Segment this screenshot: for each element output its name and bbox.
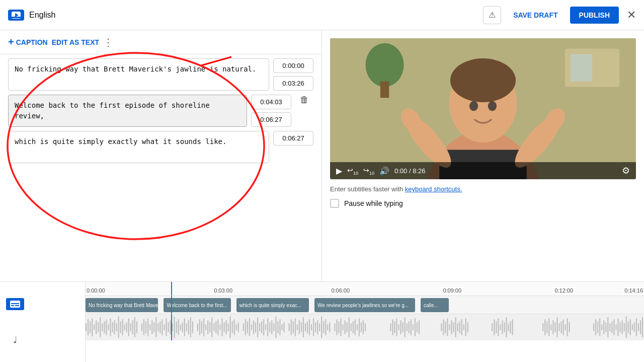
svg-rect-106	[263, 319, 264, 335]
svg-rect-188	[502, 320, 503, 334]
svg-rect-128	[311, 324, 312, 330]
svg-rect-77	[201, 321, 202, 333]
svg-rect-223	[624, 323, 625, 331]
svg-rect-215	[607, 317, 608, 337]
edit-as-text-button[interactable]: EDIT AS TEXT	[52, 38, 99, 46]
caption-text-3[interactable]: which is quite simply exactly what it so…	[8, 131, 269, 163]
svg-rect-95	[238, 322, 239, 332]
svg-rect-169	[441, 323, 442, 331]
music-icon[interactable]: ♩	[6, 334, 24, 346]
caption-text-1[interactable]: No fricking way that Brett Maverick's ja…	[8, 58, 269, 91]
svg-rect-51	[145, 321, 146, 333]
svg-rect-130	[315, 322, 316, 332]
svg-rect-194	[542, 323, 543, 331]
ruler-12m: 0:12:00	[554, 287, 573, 294]
publish-button[interactable]: PUBLISH	[570, 7, 619, 24]
svg-rect-91	[230, 316, 231, 338]
svg-rect-118	[291, 319, 292, 335]
alert-button[interactable]: ⚠	[483, 6, 501, 24]
svg-rect-213	[603, 320, 604, 334]
end-time-1[interactable]: 0:03:26	[273, 76, 313, 91]
svg-rect-68	[180, 324, 181, 330]
svg-point-7	[450, 58, 516, 102]
header: English ⚠ SAVE DRAFT PUBLISH ✕	[0, 0, 644, 30]
svg-rect-136	[327, 324, 328, 330]
ruler-0: 0:00:00	[87, 287, 105, 294]
svg-rect-38	[116, 323, 117, 331]
svg-rect-56	[155, 317, 156, 337]
svg-rect-69	[182, 322, 183, 332]
svg-rect-126	[307, 321, 308, 333]
forward-button[interactable]: ↪10	[363, 166, 374, 176]
caption-track-playhead	[171, 296, 172, 314]
svg-rect-123	[301, 322, 302, 332]
svg-rect-125	[305, 323, 306, 331]
svg-rect-113	[277, 321, 278, 333]
start-time-1[interactable]: 0:00:00	[273, 58, 313, 73]
add-caption-button[interactable]: + CAPTION	[8, 34, 48, 50]
video-controls: ▶ ↩10 ↪10 🔊 0:00 / 8:26 ⚙	[330, 162, 636, 179]
svg-rect-121	[297, 324, 298, 330]
caption-label: CAPTION	[16, 38, 48, 46]
svg-rect-207	[569, 322, 570, 332]
svg-rect-218	[613, 319, 614, 335]
svg-rect-157	[396, 318, 397, 336]
svg-rect-43	[126, 322, 127, 332]
svg-rect-142	[343, 324, 344, 330]
caption-text-2[interactable]: Welcome back to the first episode of sho…	[8, 95, 247, 127]
svg-rect-159	[400, 320, 401, 334]
svg-rect-189	[504, 322, 505, 332]
svg-rect-80	[207, 320, 208, 334]
svg-rect-138	[334, 323, 335, 331]
settings-button[interactable]: ⚙	[622, 165, 630, 176]
rewind-button[interactable]: ↩10	[347, 166, 358, 176]
svg-rect-79	[205, 324, 206, 330]
pause-checkbox[interactable]	[330, 199, 339, 208]
caption-clip-3: which is quite simply exac...	[236, 298, 309, 312]
svg-rect-174	[451, 320, 452, 334]
svg-rect-48	[136, 321, 137, 333]
svg-rect-176	[455, 317, 456, 337]
subtitles-icon[interactable]	[6, 298, 24, 310]
svg-rect-117	[289, 323, 290, 331]
svg-rect-25	[90, 321, 91, 333]
svg-rect-203	[561, 321, 562, 333]
timeline-left-icons: ♩	[0, 282, 86, 362]
delete-caption-button[interactable]: 🗑	[300, 95, 309, 105]
svg-rect-202	[558, 323, 559, 331]
svg-rect-173	[449, 324, 450, 330]
svg-rect-71	[186, 323, 187, 331]
start-time-3[interactable]: 0:06:27	[273, 131, 313, 146]
start-time-2[interactable]: 0:04:03	[251, 95, 291, 109]
svg-rect-52	[147, 318, 148, 336]
svg-rect-119	[293, 321, 294, 333]
svg-rect-200	[554, 322, 555, 332]
end-time-2[interactable]: 0:06:27	[251, 112, 291, 127]
svg-rect-153	[365, 323, 366, 331]
more-options-button[interactable]: ⋮	[103, 36, 113, 48]
volume-button[interactable]: 🔊	[379, 166, 389, 176]
svg-rect-72	[188, 320, 189, 334]
svg-rect-149	[357, 324, 358, 330]
svg-rect-2	[12, 17, 21, 18]
svg-rect-198	[550, 324, 551, 330]
svg-rect-41	[122, 319, 123, 335]
svg-rect-190	[506, 317, 507, 337]
keyboard-shortcuts-link[interactable]: keyboard shortcuts.	[405, 185, 462, 193]
svg-rect-212	[601, 324, 602, 330]
close-button[interactable]: ✕	[627, 9, 636, 22]
svg-rect-187	[500, 324, 501, 330]
svg-rect-145	[349, 317, 350, 337]
play-button[interactable]: ▶	[336, 166, 342, 176]
svg-rect-93	[234, 319, 235, 335]
add-icon: +	[8, 36, 14, 48]
caption-clip-4: We review people's jawlines so we're g..…	[314, 298, 415, 312]
svg-rect-185	[496, 321, 497, 333]
svg-rect-99	[249, 318, 250, 336]
svg-rect-172	[447, 318, 448, 336]
svg-rect-177	[457, 323, 458, 331]
svg-rect-210	[597, 321, 598, 333]
svg-rect-131	[317, 320, 318, 334]
svg-rect-50	[143, 319, 144, 335]
save-draft-button[interactable]: SAVE DRAFT	[507, 7, 564, 23]
